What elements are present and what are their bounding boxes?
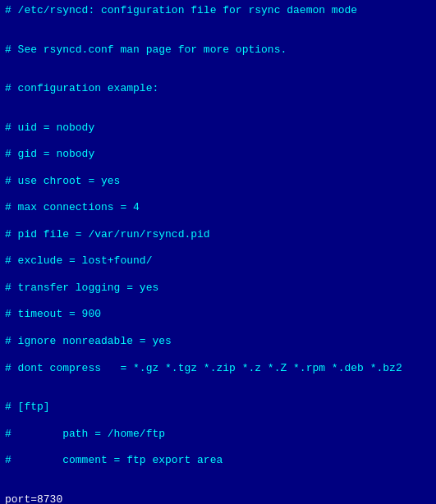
comment-line: # uid = nobody: [5, 121, 431, 135]
terminal-window: # /etc/rsyncd: configuration file for rs…: [0, 0, 436, 504]
comment-line: # [ftp]: [5, 400, 431, 415]
comment-line: # max connections = 4: [5, 200, 431, 215]
comment-line: # /etc/rsyncd: configuration file for rs…: [5, 3, 431, 18]
comment-line: # comment = ftp export area: [5, 453, 431, 468]
comment-line: # timeout = 900: [5, 307, 431, 322]
comment-line: # use chroot = yes: [5, 174, 431, 189]
comment-line: # ignore nonreadable = yes: [5, 334, 431, 349]
comment-line: # gid = nobody: [5, 147, 431, 162]
comment-line: # See rsyncd.conf man page for more opti…: [5, 43, 431, 57]
comment-line: # transfer logging = yes: [5, 281, 431, 296]
comment-line: # configuration example:: [5, 81, 431, 96]
active-line: port=8730: [5, 493, 431, 504]
comment-line: # dont compress = *.gz *.tgz *.zip *.z *…: [5, 361, 431, 376]
comment-line: # pid file = /var/run/rsyncd.pid: [5, 227, 431, 242]
comment-line: # exclude = lost+found/: [5, 254, 431, 268]
comment-line: # path = /home/ftp: [5, 427, 431, 442]
